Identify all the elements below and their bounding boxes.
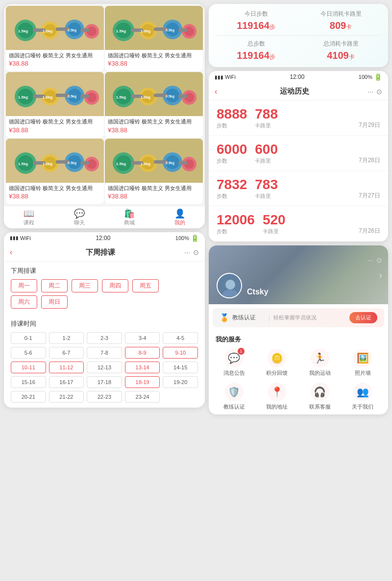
today-calories-stat: 今日消耗卡路里 809卡 — [301, 10, 380, 31]
today-calories-number: 809 — [330, 20, 346, 31]
time-slot[interactable]: 22-23 — [87, 391, 122, 403]
service-icon-wrap: 🖼️ — [353, 349, 372, 367]
time-slot[interactable]: 13-14 — [125, 362, 160, 373]
product-card[interactable]: 1.5kg 1.0kg 0.5kg 德国进口哑铃 极简主义 男女生通用 ¥38.… — [6, 139, 104, 204]
time-slot[interactable]: 23-24 — [125, 391, 160, 403]
svg-text:1.0kg: 1.0kg — [43, 95, 53, 99]
more-icon[interactable]: ··· — [184, 248, 190, 256]
product-image: 1.5kg 1.0kg 0.5kg — [105, 6, 203, 50]
exercise-record-row[interactable]: 7832 步数 783 卡路里 7月27日 — [209, 171, 388, 206]
time-slot[interactable]: 17-18 — [87, 376, 122, 388]
nav-item-courses[interactable]: 📖 课程 — [4, 209, 54, 226]
time-slot[interactable]: 21-22 — [49, 391, 84, 403]
cals-label: 卡路里 — [255, 157, 278, 165]
day-tag-mon[interactable]: 周一 — [11, 279, 37, 292]
service-icon-wrap: 🛡️ — [225, 383, 244, 401]
service-item-关于我们[interactable]: 👥 关于我们 — [344, 383, 382, 411]
coach-cert-bar[interactable]: 🏅 教练认证 轻松掌握学员状况 去认证 — [213, 308, 384, 327]
service-label: 教练认证 — [223, 403, 245, 411]
product-card[interactable]: 1.5kg 1.0kg 0.5kg 德国进口哑铃 极简主义 男女生通用 ¥38.… — [105, 72, 203, 137]
time-slot[interactable]: 15-16 — [11, 376, 46, 388]
time-slot[interactable]: 1-2 — [49, 332, 84, 344]
time-slot[interactable]: 12-13 — [87, 362, 122, 373]
service-item-联系客服[interactable]: 🎧 联系客服 — [301, 383, 339, 411]
camera-icon[interactable]: ⊙ — [193, 248, 199, 256]
product-card[interactable]: 1.5kg 1.0kg 0.5kg 德国进口哑铃 极简主义 男女生通用 ¥38.… — [105, 6, 203, 71]
nav-item-mine[interactable]: 👤 我的 — [155, 209, 205, 226]
cals-label: 卡路里 — [255, 122, 278, 129]
day-tag-sat[interactable]: 周六 — [11, 295, 37, 309]
time-slot[interactable]: 2-3 — [87, 332, 122, 344]
battery-icon-ex: 🔋 — [374, 73, 382, 81]
time-slot[interactable]: 16-17 — [49, 376, 84, 388]
exercise-record-row[interactable]: 6000 步数 600 卡路里 7月28日 — [209, 136, 388, 171]
service-item-教练认证[interactable]: 🛡️ 教练认证 — [216, 383, 253, 411]
exercise-record-row[interactable]: 8888 步数 788 卡路里 7月29日 — [209, 100, 388, 136]
time-slot[interactable]: 10-11 — [11, 362, 46, 373]
settings-icon-pc[interactable]: ⊙ — [376, 256, 382, 264]
time-slot[interactable]: 5-6 — [11, 347, 46, 359]
day-tag-fri[interactable]: 周五 — [132, 279, 159, 292]
product-info: 德国进口哑铃 极简主义 男女生通用 ¥38.88 — [6, 50, 104, 68]
today-steps-unit: 步 — [270, 24, 275, 30]
product-card[interactable]: 1.5kg 1.0kg 0.5kg 德国进口哑铃 极简主义 男女生通用 ¥38.… — [105, 139, 203, 204]
service-item-照片墙[interactable]: 🖼️ 照片墙 — [344, 349, 382, 377]
nav-item-shop[interactable]: 🛍️ 商城 — [104, 209, 155, 226]
svg-text:0.5kg: 0.5kg — [166, 161, 174, 165]
courses-icon: 📖 — [24, 209, 34, 218]
time-slot[interactable]: 14-15 — [163, 362, 198, 373]
exercise-calories: 783 — [255, 177, 278, 193]
exercise-actions: ··· ⊙ — [368, 88, 382, 96]
service-item-我的地址[interactable]: 📍 我的地址 — [259, 383, 296, 411]
time-slot[interactable]: 3-4 — [125, 332, 160, 344]
time-slot[interactable]: 11-12 — [49, 362, 84, 373]
time-slot[interactable]: 19-20 — [163, 376, 198, 388]
exercise-record-row[interactable]: 12006 步数 520 卡路里 7月26日 — [209, 206, 388, 242]
services-section: 我的服务 💬 1 消息公告 🪙 积分回馈 🏃 我的运动 🖼️ 照片墙 🛡️ 教练 — [209, 331, 388, 414]
exercise-back-button[interactable]: ‹ — [215, 87, 217, 96]
cals-label: 卡路里 — [255, 193, 278, 200]
time-slot[interactable]: 6-7 — [49, 347, 84, 359]
nav-item-chat[interactable]: 💬 聊天 — [54, 209, 105, 226]
exercise-date: 7月29日 — [359, 121, 380, 129]
product-name: 德国进口哑铃 极简主义 男女生通用 — [9, 185, 101, 192]
exercise-date: 7月26日 — [359, 227, 380, 235]
svg-text:1.5kg: 1.5kg — [116, 29, 126, 33]
service-item-消息公告[interactable]: 💬 1 消息公告 — [216, 349, 253, 377]
product-info: 德国进口哑铃 极简主义 男女生通用 ¥38.88 — [105, 183, 203, 201]
battery-area-ex: 100% 🔋 — [359, 73, 382, 81]
personal-inner-status — [209, 247, 388, 251]
today-steps-label: 今日步数 — [217, 10, 295, 18]
total-calories-number: 4109 — [327, 50, 349, 61]
product-price: ¥38.88 — [108, 60, 200, 67]
time-slot[interactable]: 9-10 — [163, 347, 198, 359]
day-tag-sun[interactable]: 周日 — [41, 295, 68, 309]
signal-icons: ▮▮▮ WiFi — [10, 235, 31, 241]
service-item-我的运动[interactable]: 🏃 我的运动 — [301, 349, 339, 377]
more-icon-pc[interactable]: ··· — [368, 256, 373, 264]
step-tracker-bottom: 总步数 119164步 总消耗卡路里 4109卡 — [217, 40, 380, 61]
service-item-积分回馈[interactable]: 🪙 积分回馈 — [259, 349, 296, 377]
time-slot[interactable]: 4-5 — [163, 332, 198, 344]
service-icon: 🖼️ — [357, 352, 369, 364]
camera-icon-ex[interactable]: ⊙ — [376, 88, 382, 96]
product-card[interactable]: 1.5kg 1.0kg 0.5kg 德国进口哑铃 极简主义 男女生通用 ¥38.… — [6, 6, 104, 71]
time-slot[interactable]: 0-1 — [11, 332, 46, 344]
cert-subtitle: 轻松掌握学员状况 — [273, 314, 317, 321]
day-tag-wed[interactable]: 周三 — [72, 279, 98, 292]
schedule-back-button[interactable]: ‹ — [10, 248, 12, 257]
schedule-screen: ▮▮▮ WiFi 12:00 100% 🔋 ‹ 下周排课 ··· ⊙ 下周排课 — [4, 232, 205, 408]
schedule-status-bar: ▮▮▮ WiFi 12:00 100% 🔋 — [4, 232, 205, 244]
more-icon-ex[interactable]: ··· — [368, 88, 373, 96]
cert-btn[interactable]: 去认证 — [349, 312, 377, 323]
day-tag-tue[interactable]: 周二 — [41, 279, 68, 292]
day-tag-thu[interactable]: 周四 — [102, 279, 128, 292]
today-steps-stat: 今日步数 119164步 — [217, 10, 295, 31]
time-slot[interactable]: 18-19 — [125, 376, 160, 388]
product-card[interactable]: 1.5kg 1.0kg 0.5kg 德国进口哑铃 极简主义 男女生通用 ¥38.… — [6, 72, 104, 137]
product-name: 德国进口哑铃 极简主义 男女生通用 — [108, 52, 200, 59]
time-slot[interactable]: 20-21 — [11, 391, 46, 403]
time-slot[interactable]: 7-8 — [87, 347, 122, 359]
time-slot[interactable]: 8-9 — [125, 347, 160, 359]
exercise-date: 7月27日 — [359, 192, 380, 200]
